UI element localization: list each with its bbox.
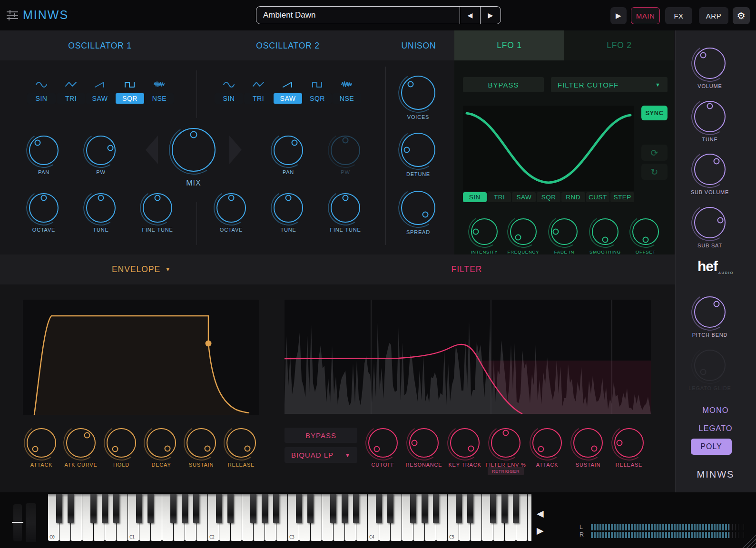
knob-dial[interactable]	[331, 193, 360, 223]
black-key[interactable]	[433, 494, 439, 523]
knob-dial[interactable]	[226, 428, 256, 458]
black-key[interactable]	[422, 494, 428, 523]
master-tune-knob[interactable]: TUNE	[686, 101, 734, 142]
black-key[interactable]	[182, 494, 188, 523]
mix-right-arrow[interactable]	[229, 136, 242, 164]
black-key[interactable]	[296, 494, 302, 523]
osc1-tune-knob[interactable]: TUNE	[77, 193, 125, 233]
play-button[interactable]: ▶	[610, 7, 627, 24]
lfo-wave-cust[interactable]: CUST	[586, 192, 610, 202]
knob-dial[interactable]	[401, 133, 435, 167]
unison-voices-knob[interactable]: VOICES	[394, 76, 442, 120]
osc2-octave-knob[interactable]: OCTAVE	[207, 193, 255, 233]
wave-button-selected[interactable]: SQR	[116, 93, 144, 104]
osc2-fine-tune-knob[interactable]: FINE TUNE	[322, 193, 369, 233]
wave-button-selected[interactable]: SAW	[274, 93, 302, 104]
octave-up-button[interactable]: ▶	[537, 526, 544, 535]
black-key[interactable]	[273, 494, 279, 523]
knob-dial[interactable]	[274, 136, 303, 165]
knob-dial[interactable]	[86, 136, 116, 165]
black-key[interactable]	[56, 494, 62, 523]
knob-dial[interactable]	[409, 428, 439, 458]
black-key[interactable]	[250, 494, 256, 523]
osc1-wave-tri[interactable]: TRI	[56, 80, 86, 104]
black-key[interactable]	[330, 494, 336, 523]
black-key[interactable]	[456, 494, 462, 523]
lfo-wave-sqr[interactable]: SQR	[537, 192, 560, 202]
tab-arp[interactable]: ARP	[699, 7, 728, 24]
tab-lfo1[interactable]: LFO 1	[454, 30, 564, 60]
black-key[interactable]	[136, 494, 142, 523]
black-key[interactable]	[216, 494, 222, 523]
wave-button[interactable]: NSE	[333, 93, 361, 104]
osc2-wave-nse[interactable]: NSE	[332, 80, 362, 104]
osc1-fine-tune-knob[interactable]: FINE TUNE	[134, 193, 181, 233]
filter-key-track-knob[interactable]: KEY TRACK	[441, 428, 489, 468]
knob-dial[interactable]	[551, 218, 578, 245]
filter-bypass-button[interactable]: BYPASS	[285, 428, 357, 443]
lfo-wave-tri[interactable]: TRI	[488, 192, 511, 202]
wave-button[interactable]: SIN	[27, 93, 56, 104]
knob-dial[interactable]	[632, 218, 659, 245]
black-key[interactable]	[353, 494, 359, 523]
black-key[interactable]	[376, 494, 382, 523]
knob-dial[interactable]	[401, 76, 435, 110]
knob-dial[interactable]	[614, 428, 644, 458]
prev-preset-button[interactable]: ◀	[460, 7, 480, 24]
osc2-wave-saw[interactable]: SAW	[273, 80, 303, 104]
envelope-graph[interactable]	[23, 300, 259, 415]
pitch-bend-knob[interactable]: PITCH BEND	[686, 296, 734, 338]
filter-cutoff-knob[interactable]: CUTOFF	[359, 428, 407, 468]
black-key[interactable]	[513, 494, 519, 523]
lfo-wave-saw[interactable]: SAW	[512, 192, 536, 202]
black-key[interactable]	[113, 494, 119, 523]
black-key[interactable]	[490, 494, 496, 523]
osc2-pan-knob[interactable]: PAN	[265, 136, 312, 175]
osc1-pan-knob[interactable]: PAN	[20, 136, 68, 175]
black-key[interactable]	[193, 494, 199, 523]
mode-legato[interactable]: LEGATO	[675, 424, 756, 433]
filter-retrigger-button[interactable]: RETRIGGER	[488, 467, 524, 475]
knob-dial[interactable]	[368, 428, 398, 458]
black-key[interactable]	[387, 494, 393, 523]
knob-dial[interactable]	[86, 193, 116, 223]
black-key[interactable]	[410, 494, 416, 523]
black-key[interactable]	[307, 494, 314, 523]
osc1-pw-knob[interactable]: PW	[77, 136, 125, 175]
knob-dial[interactable]	[471, 218, 498, 245]
osc1-wave-nse[interactable]: NSE	[145, 80, 174, 104]
master-volume-knob[interactable]: VOLUME	[686, 48, 734, 89]
menu-sliders-icon[interactable]	[6, 10, 19, 21]
mode-mono[interactable]: MONO	[675, 406, 756, 415]
filter-env-amount-knob[interactable]: FILTER ENV %	[482, 428, 530, 468]
env-release-knob[interactable]: RELEASE	[217, 428, 265, 468]
filter-release-knob[interactable]: RELEASE	[605, 428, 653, 468]
black-key[interactable]	[90, 494, 97, 523]
mod-wheel[interactable]	[26, 503, 36, 542]
black-key[interactable]	[262, 494, 268, 523]
lfo-fade-in-knob[interactable]: FADE IN	[540, 218, 588, 254]
keyboard[interactable]: C0C1C2C3C4C5	[48, 494, 531, 541]
wave-button[interactable]: TRI	[57, 93, 85, 104]
osc2-tune-knob[interactable]: TUNE	[265, 193, 312, 233]
next-preset-button[interactable]: ▶	[480, 7, 501, 24]
settings-button[interactable]: ⚙	[733, 7, 750, 24]
filter-resonance-knob[interactable]: RESONANCE	[400, 428, 448, 468]
black-key[interactable]	[227, 494, 234, 523]
knob-dial[interactable]	[66, 428, 96, 458]
filter-sustain-knob[interactable]: SUSTAIN	[564, 428, 612, 468]
knob-dial[interactable]	[694, 207, 726, 238]
knob-dial[interactable]	[27, 428, 56, 458]
black-key[interactable]	[68, 494, 74, 523]
black-key[interactable]	[467, 494, 473, 523]
black-key[interactable]	[147, 494, 154, 523]
tab-fx[interactable]: FX	[665, 7, 692, 24]
wave-button[interactable]: TRI	[244, 93, 273, 104]
sub-volume-knob[interactable]: SUB VOLUME	[686, 154, 734, 195]
mix-left-arrow[interactable]	[146, 136, 158, 164]
tab-lfo2[interactable]: LFO 2	[564, 30, 674, 60]
lfo-wave-sin-selected[interactable]: SIN	[463, 192, 487, 202]
filter-attack-knob[interactable]: ATTACK	[523, 428, 571, 468]
lfo-sync-button[interactable]: SYNC	[641, 106, 668, 120]
unison-spread-knob[interactable]: SPREAD	[394, 191, 442, 235]
